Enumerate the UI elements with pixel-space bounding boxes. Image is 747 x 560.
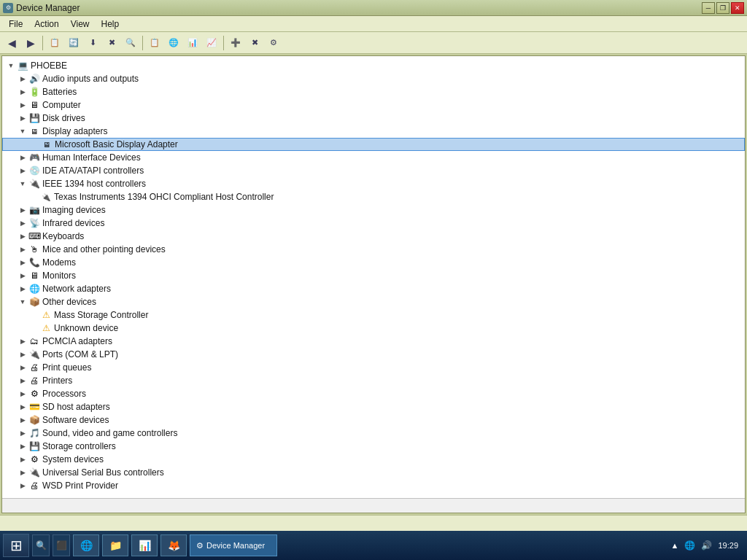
expand-icon[interactable] — [17, 440, 28, 452]
expand-icon[interactable] — [17, 178, 28, 190]
list-item[interactable]: 🔌 IEEE 1394 host controllers — [2, 177, 745, 190]
expand-icon[interactable] — [17, 414, 28, 426]
expand-icon[interactable] — [17, 112, 28, 124]
expand-icon[interactable] — [17, 401, 28, 413]
list-item[interactable]: 🖨 Printers — [2, 374, 745, 387]
minimize-button[interactable]: ─ — [702, 2, 715, 14]
list-item[interactable]: 🎮 Human Interface Devices — [2, 151, 745, 164]
uninstall-button[interactable]: ✖ — [103, 34, 120, 52]
menu-view[interactable]: View — [65, 18, 96, 31]
list-item[interactable]: 📞 Modems — [2, 256, 745, 269]
back-button[interactable]: ◀ — [3, 34, 20, 52]
list-item[interactable]: 🎵 Sound, video and game controllers — [2, 427, 745, 440]
excel-taskbar-button[interactable]: 📊 — [131, 534, 158, 556]
expand-icon[interactable] — [17, 467, 28, 478]
keyboards-label: Keyboards — [42, 231, 84, 241]
resources-by-type-button[interactable]: 📊 — [184, 34, 201, 52]
tree-root[interactable]: 💻 PHOEBE — [2, 59, 745, 72]
expand-icon[interactable] — [17, 375, 28, 386]
task-view-button[interactable]: ⬛ — [53, 534, 70, 556]
expand-icon[interactable] — [17, 480, 28, 491]
excel-icon: 📊 — [139, 540, 151, 551]
expand-icon[interactable] — [17, 335, 28, 347]
list-item[interactable]: 🗂 PCMCIA adapters — [2, 335, 745, 348]
list-item[interactable]: 📦 Other devices — [2, 295, 745, 308]
expand-icon[interactable] — [17, 152, 28, 163]
list-item[interactable]: 🖥 Monitors — [2, 269, 745, 282]
expand-icon[interactable] — [17, 296, 28, 308]
expand-icon[interactable] — [17, 99, 28, 111]
list-item[interactable]: 🖨 Print queues — [2, 361, 745, 374]
list-item[interactable]: ⚠ Mass Storage Controller — [2, 308, 745, 322]
menu-file[interactable]: File — [3, 18, 28, 31]
list-item[interactable]: ⚠ Unknown device — [2, 322, 745, 335]
list-item[interactable]: 🖥 Microsoft Basic Display Adapter — [2, 138, 745, 151]
list-item[interactable]: 🖥 Display adapters — [2, 125, 745, 138]
list-item[interactable]: 📡 Infrared devices — [2, 217, 745, 230]
expand-icon[interactable] — [17, 86, 28, 98]
computer-icon: 💻 — [17, 60, 28, 71]
expand-icon[interactable] — [17, 362, 28, 373]
list-item[interactable]: 🔌 Ports (COM & LPT) — [2, 348, 745, 361]
expand-icon[interactable] — [17, 388, 28, 400]
expand-icon[interactable] — [17, 427, 28, 439]
expand-icon[interactable] — [17, 204, 28, 216]
view-by-type-button[interactable]: 📋 — [146, 34, 163, 52]
ports-label: Ports (COM & LPT) — [42, 349, 118, 359]
update-driver-button[interactable]: 🔄 — [65, 34, 82, 52]
sdhost-label: SD host adapters — [42, 402, 110, 412]
expand-icon[interactable] — [17, 217, 28, 229]
clock[interactable]: 19:29 — [718, 541, 738, 550]
list-item[interactable]: 📷 Imaging devices — [2, 203, 745, 217]
resources-by-connection-button[interactable]: 📈 — [203, 34, 220, 52]
list-item[interactable]: ⚙ Processors — [2, 387, 745, 400]
view-by-connection-button[interactable]: 🌐 — [165, 34, 182, 52]
expand-icon[interactable] — [17, 165, 28, 176]
expand-icon[interactable] — [17, 244, 28, 255]
imaging-icon: 📷 — [28, 204, 40, 216]
list-item[interactable]: 💾 Disk drives — [2, 112, 745, 125]
expand-icon[interactable] — [17, 230, 28, 242]
menu-help[interactable]: Help — [96, 18, 125, 31]
disable-button[interactable]: ⬇ — [84, 34, 101, 52]
expand-icon[interactable] — [17, 349, 28, 360]
expand-icon[interactable] — [17, 270, 28, 281]
texas-icon: 🔌 — [40, 191, 52, 203]
list-item[interactable]: ⚙ System devices — [2, 453, 745, 466]
forward-button[interactable]: ▶ — [22, 34, 39, 52]
scan-hardware-button[interactable]: 🔍 — [122, 34, 139, 52]
start-button[interactable]: ⊞ — [3, 534, 29, 557]
list-item[interactable]: 🖨 WSD Print Provider — [2, 479, 745, 492]
list-item[interactable]: 🔋 Batteries — [2, 85, 745, 98]
add-hardware-button[interactable]: ➕ — [227, 34, 244, 52]
list-item[interactable]: 📦 Software devices — [2, 413, 745, 427]
expand-icon[interactable] — [17, 454, 28, 465]
search-button[interactable]: 🔍 — [32, 534, 50, 556]
list-item[interactable]: 💳 SD host adapters — [2, 400, 745, 413]
tray-expand[interactable]: ▲ — [671, 541, 679, 550]
list-item[interactable]: ⌨ Keyboards — [2, 230, 745, 243]
list-item[interactable]: 💿 IDE ATA/ATAPI controllers — [2, 164, 745, 177]
expand-icon[interactable] — [17, 73, 28, 85]
list-item[interactable]: 🌐 Network adapters — [2, 282, 745, 295]
close-button[interactable]: ✕ — [731, 2, 744, 14]
expand-icon[interactable] — [17, 283, 28, 295]
remove-button[interactable]: ✖ — [246, 34, 263, 52]
expand-icon[interactable] — [17, 257, 28, 268]
firefox-taskbar-button[interactable]: 🦊 — [160, 534, 187, 556]
list-item[interactable]: 💾 Storage controllers — [2, 440, 745, 453]
properties2-button[interactable]: ⚙ — [265, 34, 282, 52]
restore-button[interactable]: ❐ — [716, 2, 729, 14]
menu-action[interactable]: Action — [28, 18, 64, 31]
root-expand-icon[interactable] — [5, 60, 17, 71]
ie-taskbar-button[interactable]: 🌐 — [73, 534, 99, 556]
expand-icon[interactable] — [17, 125, 28, 137]
list-item[interactable]: 🔌 Universal Serial Bus controllers — [2, 466, 745, 479]
list-item[interactable]: 🖥 Computer — [2, 98, 745, 112]
explorer-taskbar-button[interactable]: 📁 — [102, 534, 128, 556]
list-item[interactable]: 🔊 Audio inputs and outputs — [2, 72, 745, 85]
device-manager-taskbar-button[interactable]: ⚙ Device Manager — [190, 534, 277, 556]
list-item[interactable]: 🔌 Texas Instruments 1394 OHCI Compliant … — [2, 190, 745, 203]
list-item[interactable]: 🖱 Mice and other pointing devices — [2, 243, 745, 256]
properties-button[interactable]: 📋 — [46, 34, 63, 52]
